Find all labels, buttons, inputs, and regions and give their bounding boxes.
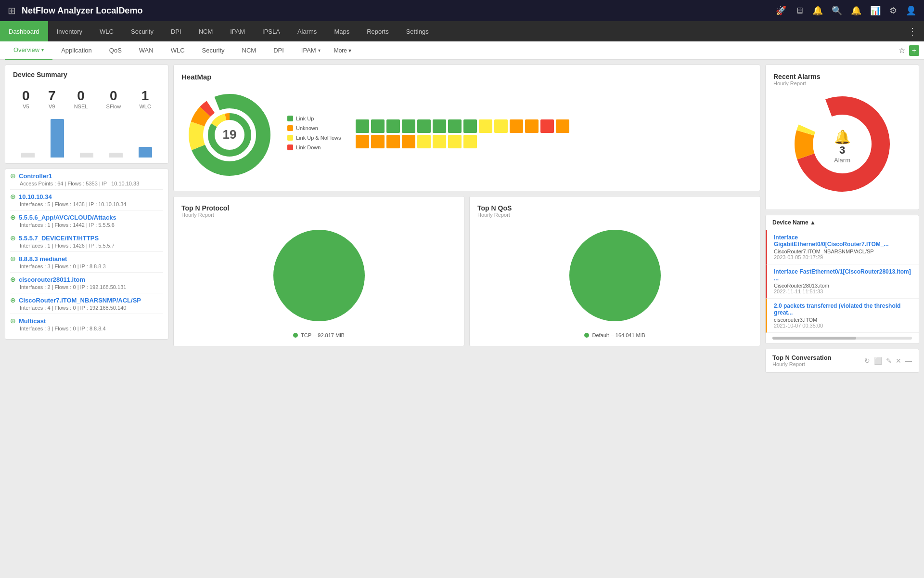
alarm-entry-title-2[interactable]: 2.0 packets transferred (violated the th… xyxy=(774,302,912,316)
heatmap-cell[interactable] xyxy=(525,119,539,133)
protocol-legend-label: TCP -- 92.817 MiB xyxy=(301,332,345,338)
left-panel: Device Summary 0 V5 7 V9 0 NSEL xyxy=(5,65,168,578)
heatmap-cell[interactable] xyxy=(356,119,369,133)
right-panel: Recent Alarms Hourly Report 🔔 3 Alarm xyxy=(765,65,919,578)
subnav-wlc[interactable]: WLC xyxy=(162,41,193,60)
device-name-7[interactable]: Multicast xyxy=(19,317,46,325)
nav-dpi[interactable]: DPI xyxy=(162,21,190,41)
heatmap-row-1 xyxy=(356,135,752,148)
sub-nav: Overview ▾ Application QoS WAN WLC Secur… xyxy=(0,41,924,60)
heatmap-cell[interactable] xyxy=(510,119,523,133)
conv-actions: ↻ ⬜ ✎ ✕ — xyxy=(864,357,912,365)
legend-label-noflows: Link Up & NoFlows xyxy=(296,135,341,141)
heatmap-cell[interactable] xyxy=(371,135,385,148)
nav-alarms[interactable]: Alarms xyxy=(289,21,325,41)
nav-maps[interactable]: Maps xyxy=(325,21,358,41)
heatmap-cell[interactable] xyxy=(540,119,554,133)
heatmap-title: HeatMap xyxy=(181,73,752,81)
bell-outline-icon[interactable]: 🔔 xyxy=(812,5,823,16)
subnav-more[interactable]: More ▾ xyxy=(329,47,357,54)
subnav-application[interactable]: Application xyxy=(52,41,101,60)
conv-close-icon[interactable]: ✕ xyxy=(896,357,901,365)
heatmap-cell[interactable] xyxy=(463,135,477,148)
grid-icon[interactable]: ⊞ xyxy=(8,5,16,16)
subnav-wan[interactable]: WAN xyxy=(130,41,162,60)
svg-text:🔔: 🔔 xyxy=(834,129,851,145)
user-icon[interactable]: 👤 xyxy=(906,5,916,16)
device-item-1: ⊕ 10.10.10.34 Interfaces : 5 | Flows : 1… xyxy=(10,190,163,210)
heatmap-cell[interactable] xyxy=(479,119,492,133)
heatmap-cell[interactable] xyxy=(386,135,400,148)
subnav-overview[interactable]: Overview ▾ xyxy=(5,41,52,60)
heatmap-cell[interactable] xyxy=(417,135,431,148)
nav-ncm[interactable]: NCM xyxy=(190,21,222,41)
device-name-1[interactable]: 10.10.10.34 xyxy=(19,193,52,200)
device-name-0[interactable]: Controller1 xyxy=(19,172,52,180)
heatmap-cell[interactable] xyxy=(556,119,569,133)
nav-ipsla[interactable]: IPSLA xyxy=(254,21,289,41)
nav-dashboard[interactable]: Dashboard xyxy=(0,21,48,41)
nav-reports[interactable]: Reports xyxy=(358,21,398,41)
search-icon[interactable]: 🔍 xyxy=(832,5,842,16)
star-icon[interactable]: ☆ xyxy=(898,46,905,55)
device-name-6[interactable]: CiscoRouter7.ITOM_NBARSNMP/ACL/SP xyxy=(19,297,141,304)
nav-settings[interactable]: Settings xyxy=(398,21,437,41)
device-plus-icon-4: ⊕ xyxy=(10,255,16,263)
heatmap-cell[interactable] xyxy=(463,119,477,133)
device-item-6: ⊕ CiscoRouter7.ITOM_NBARSNMP/ACL/SP Inte… xyxy=(10,293,163,314)
subnav-security[interactable]: Security xyxy=(193,41,233,60)
top-n-conversation-panel: Top N Conversation Hourly Report ↻ ⬜ ✎ ✕… xyxy=(765,349,919,373)
subnav-ncm[interactable]: NCM xyxy=(233,41,265,60)
heatmap-cell[interactable] xyxy=(417,119,431,133)
legend-label-linkup: Link Up xyxy=(296,116,314,121)
subnav-dpi[interactable]: DPI xyxy=(265,41,293,60)
stat-wlc-value: 1 xyxy=(139,88,151,104)
alarm-list-scrollbar[interactable] xyxy=(772,337,912,340)
rocket-icon[interactable]: 🚀 xyxy=(776,5,786,16)
nav-ipam[interactable]: IPAM xyxy=(221,21,254,41)
legend-dot-red xyxy=(287,144,293,150)
device-name-2[interactable]: 5.5.5.6_App/AVC/CLOUD/Attacks xyxy=(19,214,116,221)
device-name-3[interactable]: 5.5.5.7_DEVICE/INT/HTTPS xyxy=(19,235,99,242)
heatmap-cell[interactable] xyxy=(433,119,446,133)
legend-label-unknown: Unknown xyxy=(296,125,318,131)
heatmap-cell[interactable] xyxy=(494,119,508,133)
monitor-icon[interactable]: 🖥 xyxy=(795,6,804,16)
nav-more[interactable]: ⋮ xyxy=(901,21,924,41)
heatmap-cell[interactable] xyxy=(448,135,462,148)
nav-wlc[interactable]: WLC xyxy=(91,21,122,41)
heatmap-cell[interactable] xyxy=(433,135,446,148)
stat-sflow-value: 0 xyxy=(106,88,121,104)
alarm-entry-title-1[interactable]: Interface FastEthernet0/1[CiscoRouter280… xyxy=(774,268,912,282)
heatmap-cell[interactable] xyxy=(448,119,462,133)
device-name-4[interactable]: 8.8.8.3 medianet xyxy=(19,255,67,263)
alarm-entry-0: Interface GigabitEthernet0/0[CiscoRouter… xyxy=(766,230,919,264)
device-list-panel: ⊕ Controller1 Access Points : 64 | Flows… xyxy=(5,169,168,340)
conv-edit-icon[interactable]: ✎ xyxy=(886,357,892,365)
recent-alarms-subtitle: Hourly Report xyxy=(773,80,911,86)
device-plus-icon-2: ⊕ xyxy=(10,213,16,221)
conv-refresh-icon[interactable]: ↻ xyxy=(864,357,870,365)
alarm-entry-time-1: 2022-11-11 11:51:33 xyxy=(774,289,912,294)
gear-icon[interactable]: ⚙ xyxy=(889,5,897,16)
heatmap-cell[interactable] xyxy=(371,119,385,133)
conv-more-icon[interactable]: — xyxy=(905,357,912,365)
nav-inventory[interactable]: Inventory xyxy=(48,21,91,41)
bar-v5 xyxy=(18,153,38,158)
add-widget-icon[interactable]: + xyxy=(909,45,919,56)
protocol-legend-dot xyxy=(293,333,298,338)
protocol-chart-container: TCP -- 92.817 MiB xyxy=(181,223,456,338)
heatmap-cell[interactable] xyxy=(386,119,400,133)
notification-icon[interactable]: 🔔 xyxy=(851,5,861,16)
device-name-5[interactable]: ciscorouter28011.itom xyxy=(19,276,85,283)
stat-v9-value: 7 xyxy=(48,88,56,104)
bar-chart-icon[interactable]: 📊 xyxy=(870,5,881,16)
subnav-qos[interactable]: QoS xyxy=(101,41,130,60)
heatmap-cell[interactable] xyxy=(402,119,415,133)
conv-export-icon[interactable]: ⬜ xyxy=(874,357,882,365)
alarm-entry-title-0[interactable]: Interface GigabitEthernet0/0[CiscoRouter… xyxy=(774,234,912,248)
heatmap-cell[interactable] xyxy=(356,135,369,148)
heatmap-cell[interactable] xyxy=(402,135,415,148)
nav-security[interactable]: Security xyxy=(122,21,162,41)
subnav-ipam[interactable]: IPAM ▾ xyxy=(293,41,329,60)
